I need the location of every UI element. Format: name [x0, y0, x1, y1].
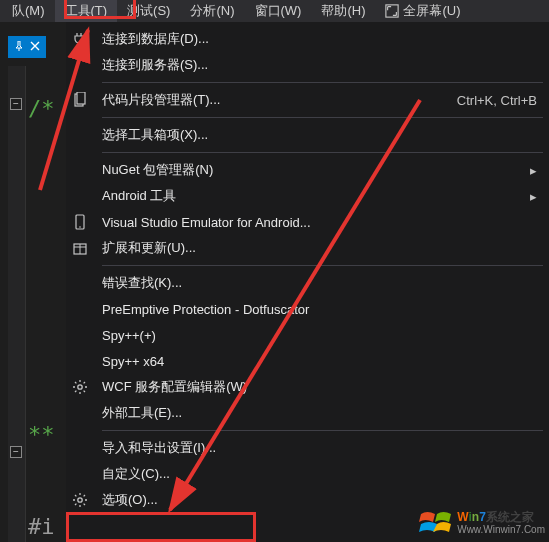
- menu-label: 代码片段管理器(T)...: [94, 91, 437, 109]
- menu-label: 错误查找(K)...: [94, 274, 537, 292]
- menu-item-extensions[interactable]: 扩展和更新(U)...: [66, 235, 549, 261]
- menu-item-external-tools[interactable]: 外部工具(E)...: [66, 400, 549, 426]
- menu-label: 连接到数据库(D)...: [94, 30, 537, 48]
- close-icon[interactable]: [30, 40, 40, 54]
- menu-separator: [102, 152, 543, 153]
- fullscreen-icon: [385, 4, 399, 18]
- menu-item-spyplusplus[interactable]: Spy++(+): [66, 322, 549, 348]
- menu-separator: [102, 82, 543, 83]
- menu-label: NuGet 包管理器(N): [94, 161, 521, 179]
- menu-item-nuget[interactable]: NuGet 包管理器(N) ▸: [66, 157, 549, 183]
- menu-item-toolbox-items[interactable]: 选择工具箱项(X)...: [66, 122, 549, 148]
- package-icon: [66, 240, 94, 256]
- menubar-item-team[interactable]: 队(M): [2, 0, 55, 22]
- gear-icon: [66, 379, 94, 395]
- menu-item-customize[interactable]: 自定义(C)...: [66, 461, 549, 487]
- gear-icon: [66, 492, 94, 508]
- svg-point-6: [78, 385, 82, 389]
- menu-item-options[interactable]: 选项(O)...: [66, 487, 549, 513]
- menu-item-connect-server[interactable]: 连接到服务器(S)...: [66, 52, 549, 78]
- svg-point-7: [78, 498, 82, 502]
- svg-rect-2: [77, 92, 85, 104]
- menu-label: 导入和导出设置(I)...: [94, 439, 537, 457]
- menu-label: 外部工具(E)...: [94, 404, 537, 422]
- menu-item-vs-emulator[interactable]: Visual Studio Emulator for Android...: [66, 209, 549, 235]
- menu-item-dotfuscator[interactable]: PreEmptive Protection - Dotfuscator: [66, 296, 549, 322]
- pin-icon: [14, 40, 24, 54]
- fold-toggle[interactable]: −: [10, 446, 22, 458]
- menu-label: PreEmptive Protection - Dotfuscator: [94, 302, 537, 317]
- menu-item-wcf-config[interactable]: WCF 服务配置编辑器(W): [66, 374, 549, 400]
- menu-item-import-export-settings[interactable]: 导入和导出设置(I)...: [66, 435, 549, 461]
- menubar-item-analyze[interactable]: 分析(N): [180, 0, 244, 22]
- menu-label: 选项(O)...: [94, 491, 537, 509]
- menu-label: Visual Studio Emulator for Android...: [94, 215, 537, 230]
- menu-item-snippet-manager[interactable]: 代码片段管理器(T)... Ctrl+K, Ctrl+B: [66, 87, 549, 113]
- tools-menu: 连接到数据库(D)... 连接到服务器(S)... 代码片段管理器(T)... …: [66, 22, 549, 542]
- menu-label: Spy++ x64: [94, 354, 537, 369]
- submenu-arrow-icon: ▸: [521, 189, 537, 204]
- menubar: 队(M) 工具(T) 测试(S) 分析(N) 窗口(W) 帮助(H) 全屏幕(U…: [0, 0, 549, 22]
- document-icon: [66, 92, 94, 108]
- menu-item-spyplusplus-x64[interactable]: Spy++ x64: [66, 348, 549, 374]
- menu-label: 自定义(C)...: [94, 465, 537, 483]
- menu-label: 扩展和更新(U)...: [94, 239, 537, 257]
- menu-label: WCF 服务配置编辑器(W): [94, 378, 537, 396]
- phone-icon: [66, 214, 94, 230]
- menu-separator: [102, 265, 543, 266]
- code-text: **: [28, 422, 55, 447]
- menu-label: Android 工具: [94, 187, 521, 205]
- menu-label: Spy++(+): [94, 328, 537, 343]
- code-text: #i: [28, 514, 55, 539]
- menu-item-connect-db[interactable]: 连接到数据库(D)...: [66, 26, 549, 52]
- menu-label: 选择工具箱项(X)...: [94, 126, 537, 144]
- menu-item-error-lookup[interactable]: 错误查找(K)...: [66, 270, 549, 296]
- menubar-item-window[interactable]: 窗口(W): [245, 0, 312, 22]
- menubar-item-test[interactable]: 测试(S): [117, 0, 180, 22]
- tool-window-tab[interactable]: [8, 36, 46, 58]
- code-text: /*: [28, 96, 55, 121]
- menu-shortcut: Ctrl+K, Ctrl+B: [437, 93, 537, 108]
- editor-area: − − /* ** #i: [0, 22, 66, 542]
- editor-gutter: − −: [8, 66, 26, 542]
- plug-icon: [66, 31, 94, 47]
- menu-separator: [102, 117, 543, 118]
- menu-item-android-tools[interactable]: Android 工具 ▸: [66, 183, 549, 209]
- menu-label: 连接到服务器(S)...: [94, 56, 537, 74]
- menubar-item-fullscreen[interactable]: 全屏幕(U): [375, 0, 470, 22]
- menubar-item-tools[interactable]: 工具(T): [55, 0, 118, 22]
- menubar-item-help[interactable]: 帮助(H): [311, 0, 375, 22]
- fold-toggle[interactable]: −: [10, 98, 22, 110]
- menu-separator: [102, 430, 543, 431]
- submenu-arrow-icon: ▸: [521, 163, 537, 178]
- svg-point-4: [79, 226, 81, 228]
